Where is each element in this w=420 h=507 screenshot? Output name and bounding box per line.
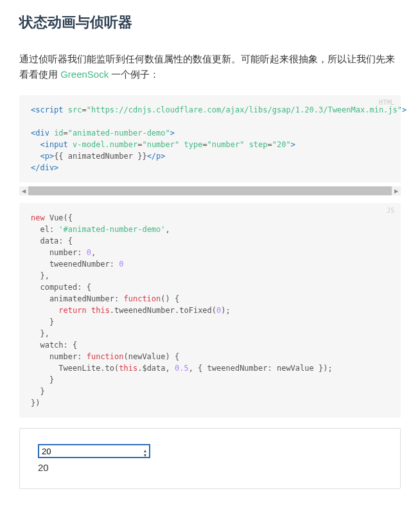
- number-input[interactable]: [38, 444, 150, 458]
- number-input-wrapper: ▲ ▼: [38, 444, 150, 462]
- scroll-left-arrow-icon[interactable]: ◀: [19, 186, 28, 195]
- intro-text-post: 一个例子：: [109, 69, 159, 80]
- greensock-link[interactable]: GreenSock: [60, 69, 109, 80]
- code-block-js: JS new Vue({ el: '#animated-number-demo'…: [19, 203, 401, 418]
- intro-paragraph: 通过侦听器我们能监听到任何数值属性的数值更新。可能听起来很抽象，所以让我们先来看…: [19, 51, 401, 82]
- code-html-content: <script src="https://cdnjs.cloudflare.co…: [31, 104, 389, 173]
- demo-box: ▲ ▼ 20: [19, 428, 401, 489]
- page-title: 状态动画与侦听器: [19, 13, 401, 32]
- code-lang-label: JS: [387, 207, 394, 214]
- scroll-right-arrow-icon[interactable]: ▶: [392, 186, 401, 195]
- scrollbar-track[interactable]: [28, 186, 392, 195]
- code-lang-label: HTML: [379, 99, 394, 106]
- demo-output: 20: [38, 462, 382, 473]
- code-js-content: new Vue({ el: '#animated-number-demo', d…: [31, 212, 389, 409]
- code-block-html: HTML <script src="https://cdnjs.cloudfla…: [19, 95, 401, 182]
- horizontal-scrollbar[interactable]: ◀ ▶: [19, 186, 401, 195]
